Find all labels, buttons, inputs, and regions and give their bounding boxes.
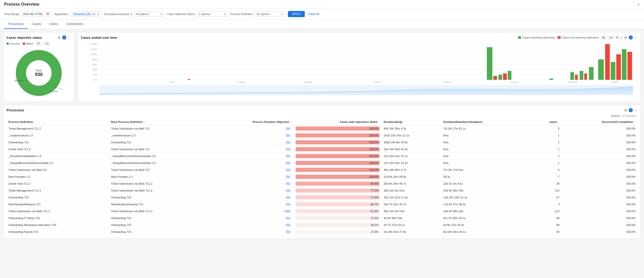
tab-processes[interactable]: Processes [4, 19, 28, 29]
cell-root-process: Ticket Submission via Web-711.2 [109, 180, 207, 187]
application-select[interactable]: Showroom_Bo... ✕ ▾ [70, 11, 101, 17]
cell-root-process: _SetupAllInvoiceReferenceData-1.0 [109, 153, 207, 160]
star-icon[interactable]: ☆ [41, 2, 45, 6]
donut-container: failed: 3 success: ... Total: 930 [6, 47, 71, 98]
cell-root-process: Onboarding-715 [109, 222, 207, 229]
filter-bar: Time Range 2023-06-17T08... 📅 Applicatio… [0, 9, 644, 19]
col-duration-avg[interactable]: Duration(Avg) ↕ [382, 119, 441, 125]
case-obj-select[interactable]: 2 options ▾ [197, 11, 227, 17]
cell-failed-pct: 100.0% [294, 173, 382, 180]
bar-chart-header: Cases ended over time Cases reaching obj… [81, 35, 638, 40]
table-head: Process Definition ↕ Root Process Defini… [6, 119, 638, 125]
donut-filter-icon[interactable]: ⚙ [58, 36, 61, 40]
cell-success: 100.0% [562, 167, 638, 173]
legend-failed-dot [23, 42, 25, 45]
cell-cases: 1 [533, 153, 562, 160]
cell-duration-avg: 12d 6h 15m 58.9s [382, 173, 441, 180]
cell-cases: 113 [533, 187, 562, 194]
cell-failed-pct: 77.0% [294, 187, 382, 194]
cell-duration-obj: 5d [207, 222, 294, 229]
table-row: Ticket Management-711.2 Ticket Submissio… [6, 187, 638, 194]
svg-text:100: 100 [90, 53, 97, 56]
all-toggle[interactable]: All [35, 42, 41, 45]
clear-all-button[interactable]: Clear All [308, 12, 319, 16]
cell-failed-pct: 100.0% [294, 146, 382, 153]
tab-cases[interactable]: Cases [28, 19, 45, 29]
cell-root-process: _createInvoices-1.0 [109, 132, 207, 139]
donut-total-value: 930 [35, 72, 43, 77]
bar-filter-icon[interactable]: ⚙ [624, 36, 627, 40]
cell-duration-avg: 45d 19h 39m 4.7s [382, 167, 441, 173]
cell-cases: 58 [533, 222, 562, 229]
excluded-select[interactable]: 43 options ▾ [134, 11, 164, 17]
bar-inv-toggle[interactable]: Inv [608, 36, 614, 40]
col-duration-obj[interactable]: Process Duration Objective ↕ [207, 119, 294, 125]
processes-more-icon[interactable]: ⋮ [634, 108, 638, 112]
cell-duration-avg: 3d 7h 27m 53.1s [382, 222, 441, 229]
col-process-def[interactable]: Process Definition ↕ [6, 119, 109, 125]
tab-connectors[interactable]: Connectors [62, 19, 87, 29]
svg-rect-38 [503, 73, 507, 80]
bar-more-icon[interactable]: ⋮ [634, 36, 638, 40]
process-def-arrow: ▾ [281, 13, 283, 16]
cell-duration-obj: 5d [207, 132, 294, 139]
bar-all-toggle[interactable]: All [601, 36, 607, 40]
svg-text:40: 40 [92, 68, 97, 71]
processes-filter-icon[interactable]: ⚙ [624, 108, 627, 112]
case-obj-value: 2 options [199, 12, 210, 16]
cell-duration-avg: 14d 19h 50m 42.3s [382, 146, 441, 153]
case-obj-label: Case Objective Status [167, 12, 195, 16]
donut-more-icon[interactable]: ⋮ [68, 36, 71, 40]
cell-process-def: Onboarding Payroll-715 [6, 229, 109, 235]
svg-text:Oct: Oct [375, 81, 381, 83]
col-root-process[interactable]: Root Process Definition ↕ [109, 119, 207, 125]
cell-root-process: Onboarding-715 [109, 229, 207, 235]
cell-duration-std: 6d 8h 13m 35.5s [441, 222, 533, 229]
excluded-group: Excluded processes ℹ 43 options ▾ [104, 11, 164, 17]
bar-legend: Cases reaching objectives Cases not reac… [518, 36, 599, 39]
excluded-info-icon[interactable]: ℹ [131, 12, 132, 16]
maximize-icon[interactable]: ⤢ [637, 2, 640, 6]
cell-duration-std: 0ms [441, 146, 533, 153]
cell-success: 100.0% [562, 229, 638, 235]
legend-success-label: success [10, 42, 20, 45]
apply-button[interactable]: APPLY [288, 11, 305, 17]
cell-root-process: Onboarding-715 [109, 194, 207, 201]
svg-rect-28 [570, 72, 574, 80]
svg-text:Jul: Jul [169, 81, 174, 83]
tab-users[interactable]: Users [45, 19, 62, 29]
svg-rect-36 [549, 79, 553, 80]
process-def-select[interactable]: 52 options ▾ [254, 11, 285, 17]
bar-chart-header-right: Cases reaching objectives Cases not reac… [518, 35, 638, 40]
legend-not-reaching: Cases not reaching objectives [558, 36, 599, 39]
top-bar-left: Process Overview ☆ [4, 2, 45, 7]
cell-success: 100.0% [562, 139, 638, 146]
cell-duration-obj: 4d [207, 180, 294, 187]
application-tag-remove[interactable]: ✕ [93, 13, 95, 16]
table-row: Onboarding-715 Onboarding-715 5d 71.9% 1… [6, 194, 638, 201]
cell-failed-pct: 27.6% [294, 229, 382, 235]
cell-success: 100.0% [562, 160, 638, 167]
time-range-value: 2023-06-17T08... [23, 12, 45, 16]
col-duration-std[interactable]: Duration(Standard Deviation) ↕ [441, 119, 533, 125]
cell-success: 100.0% [562, 215, 638, 222]
cell-process-def: Onboarding-715 [6, 194, 109, 201]
cell-cases: 1 [533, 160, 562, 167]
cell-duration-std: 0ms [441, 139, 533, 146]
time-range-select[interactable]: 2023-06-17T08... 📅 [21, 11, 52, 17]
cell-root-process: Ticket Submission via Web-711.2 [109, 187, 207, 194]
svg-text:Aug: Aug [237, 81, 245, 83]
bar-copy-icon[interactable]: ⧉ [616, 35, 618, 40]
cell-process-def: Ticket Management-711.2 [6, 187, 109, 194]
cell-duration-avg: 24d 7h 51m 34.7s [382, 201, 441, 208]
records-count: 47 records... [622, 114, 638, 117]
col-cases[interactable]: cases ↕ [533, 119, 562, 125]
col-failed-pct[interactable]: Cases with objectives failed ↕ [294, 119, 382, 125]
cell-root-process: New Provider-1.3 [109, 173, 207, 180]
bar-fullscreen-icon[interactable]: ⤢ [620, 36, 623, 40]
cell-duration-avg: 21d 15h 53m 16.2s [382, 160, 441, 167]
cell-duration-std: 25d 5h 58m 25s [441, 187, 533, 194]
cell-success: 100.0% [562, 173, 638, 180]
col-success[interactable]: Successfull completion ↕ [562, 119, 638, 125]
inv-toggle[interactable]: Inv [44, 42, 50, 45]
